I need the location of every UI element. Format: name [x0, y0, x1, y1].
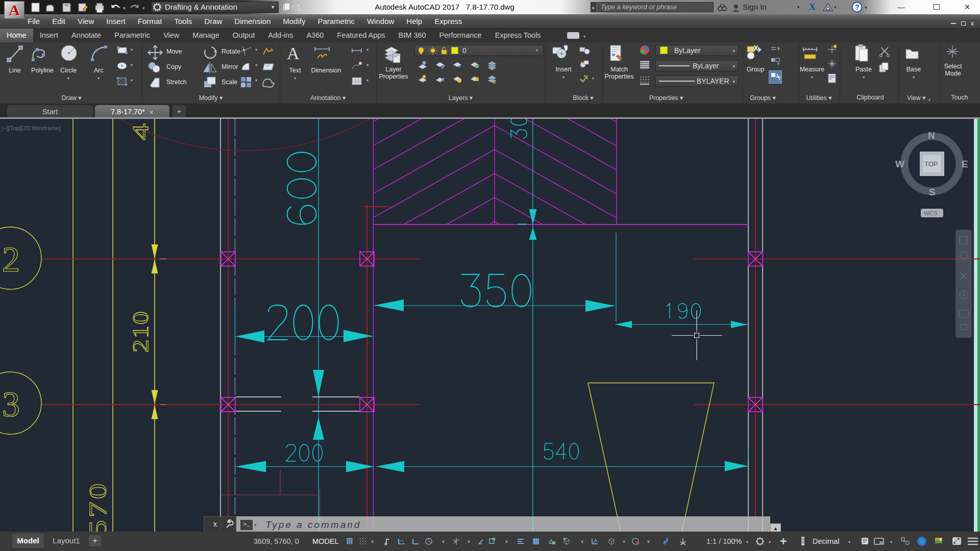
svg-text:W: W [895, 159, 904, 169]
svg-text:E: E [962, 159, 968, 169]
svg-text:210: 210 [128, 311, 153, 353]
svg-text:?: ? [855, 3, 860, 11]
svg-text:WCS: WCS [924, 210, 938, 216]
svg-text:▾: ▾ [647, 539, 650, 544]
svg-text:▾: ▾ [468, 539, 470, 544]
svg-text:▾: ▾ [623, 539, 625, 544]
svg-text:▾: ▾ [581, 539, 583, 544]
svg-text:▾: ▾ [865, 5, 867, 10]
svg-text:4: 4 [128, 123, 153, 140]
svg-text:▾: ▾ [442, 539, 445, 544]
svg-text:▾: ▾ [123, 6, 126, 11]
svg-text:570: 570 [84, 481, 111, 532]
svg-text:S: S [929, 187, 936, 197]
svg-text:3: 3 [2, 385, 20, 424]
svg-text:▾: ▾ [142, 6, 145, 11]
svg-text:▾: ▾ [371, 539, 374, 544]
svg-text:N: N [928, 130, 935, 141]
svg-text:2: 2 [2, 240, 20, 279]
svg-text:▾: ▾ [834, 5, 837, 10]
svg-text:▾: ▾ [505, 539, 508, 544]
svg-text:TOP: TOP [924, 160, 938, 168]
svg-text:A: A [287, 44, 300, 62]
